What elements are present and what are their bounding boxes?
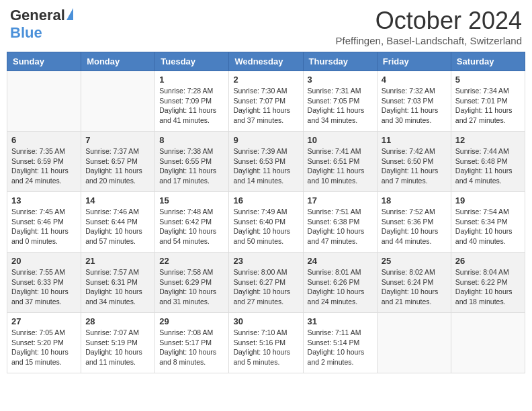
day-number: 20 (11, 256, 77, 266)
calendar-day-cell: 30Sunrise: 7:10 AM Sunset: 5:16 PM Dayli… (229, 313, 303, 373)
day-number: 6 (11, 135, 77, 145)
calendar-day-cell: 22Sunrise: 7:58 AM Sunset: 6:29 PM Dayli… (155, 253, 229, 313)
weekday-header-wednesday: Wednesday (229, 52, 303, 71)
calendar-week-row: 20Sunrise: 7:55 AM Sunset: 6:33 PM Dayli… (7, 253, 525, 313)
title-section: October 2024 Pfeffingen, Basel-Landschaf… (336, 7, 522, 46)
day-info: Sunrise: 7:39 AM Sunset: 6:53 PM Dayligh… (233, 146, 298, 186)
weekday-header-monday: Monday (81, 52, 155, 71)
day-info: Sunrise: 7:54 AM Sunset: 6:34 PM Dayligh… (455, 207, 521, 246)
day-info: Sunrise: 7:38 AM Sunset: 6:55 PM Dayligh… (159, 146, 224, 186)
calendar-day-cell: 23Sunrise: 8:00 AM Sunset: 6:27 PM Dayli… (229, 253, 303, 313)
day-info: Sunrise: 8:01 AM Sunset: 6:26 PM Dayligh… (308, 267, 373, 307)
calendar-day-cell: 1Sunrise: 7:28 AM Sunset: 7:09 PM Daylig… (155, 71, 229, 132)
day-info: Sunrise: 7:07 AM Sunset: 5:19 PM Dayligh… (85, 328, 150, 367)
day-number: 12 (455, 135, 521, 145)
day-info: Sunrise: 7:41 AM Sunset: 6:51 PM Dayligh… (308, 146, 373, 186)
day-number: 14 (85, 195, 150, 205)
calendar-day-cell: 16Sunrise: 7:49 AM Sunset: 6:40 PM Dayli… (229, 192, 303, 253)
calendar-header-row: SundayMondayTuesdayWednesdayThursdayFrid… (7, 52, 525, 71)
day-number: 19 (455, 195, 521, 205)
page-header: General Blue October 2024 Pfeffingen, Ba… (7, 7, 525, 46)
day-number: 16 (233, 195, 298, 205)
day-number: 11 (382, 135, 447, 145)
logo: General Blue (10, 7, 73, 42)
day-number: 24 (308, 256, 373, 266)
weekday-header-saturday: Saturday (451, 52, 525, 71)
location-subtitle: Pfeffingen, Basel-Landschaft, Switzerlan… (336, 35, 522, 46)
day-info: Sunrise: 7:05 AM Sunset: 5:20 PM Dayligh… (11, 328, 77, 367)
day-number: 25 (382, 256, 447, 266)
calendar-table: SundayMondayTuesdayWednesdayThursdayFrid… (7, 52, 525, 373)
day-info: Sunrise: 7:30 AM Sunset: 7:07 PM Dayligh… (233, 86, 298, 126)
day-info: Sunrise: 7:34 AM Sunset: 7:01 PM Dayligh… (455, 86, 521, 126)
calendar-day-cell: 15Sunrise: 7:48 AM Sunset: 6:42 PM Dayli… (155, 192, 229, 253)
calendar-week-row: 1Sunrise: 7:28 AM Sunset: 7:09 PM Daylig… (7, 71, 525, 132)
calendar-day-cell: 4Sunrise: 7:32 AM Sunset: 7:03 PM Daylig… (377, 71, 451, 132)
day-number: 30 (233, 316, 298, 326)
day-number: 9 (233, 135, 298, 145)
day-number: 18 (382, 195, 447, 205)
day-number: 13 (11, 195, 77, 205)
day-number: 27 (11, 316, 77, 326)
calendar-day-cell: 5Sunrise: 7:34 AM Sunset: 7:01 PM Daylig… (451, 71, 525, 132)
weekday-header-tuesday: Tuesday (155, 52, 229, 71)
day-info: Sunrise: 7:28 AM Sunset: 7:09 PM Dayligh… (159, 86, 224, 126)
day-number: 31 (308, 316, 373, 326)
day-number: 2 (233, 75, 298, 85)
calendar-day-cell (7, 71, 81, 132)
calendar-day-cell: 26Sunrise: 8:04 AM Sunset: 6:22 PM Dayli… (451, 253, 525, 313)
calendar-day-cell: 10Sunrise: 7:41 AM Sunset: 6:51 PM Dayli… (303, 132, 377, 192)
day-info: Sunrise: 8:04 AM Sunset: 6:22 PM Dayligh… (455, 267, 521, 307)
logo-general: General (10, 7, 65, 24)
month-title: October 2024 (336, 7, 522, 35)
logo-triangle-icon (66, 8, 73, 20)
calendar-week-row: 27Sunrise: 7:05 AM Sunset: 5:20 PM Dayli… (7, 313, 525, 373)
day-info: Sunrise: 7:35 AM Sunset: 6:59 PM Dayligh… (11, 146, 77, 186)
calendar-day-cell: 9Sunrise: 7:39 AM Sunset: 6:53 PM Daylig… (229, 132, 303, 192)
day-info: Sunrise: 7:31 AM Sunset: 7:05 PM Dayligh… (308, 86, 373, 126)
calendar-day-cell: 8Sunrise: 7:38 AM Sunset: 6:55 PM Daylig… (155, 132, 229, 192)
calendar-day-cell: 12Sunrise: 7:44 AM Sunset: 6:48 PM Dayli… (451, 132, 525, 192)
day-info: Sunrise: 7:51 AM Sunset: 6:38 PM Dayligh… (308, 207, 373, 246)
day-info: Sunrise: 7:58 AM Sunset: 6:29 PM Dayligh… (159, 267, 224, 307)
calendar-week-row: 13Sunrise: 7:45 AM Sunset: 6:46 PM Dayli… (7, 192, 525, 253)
calendar-day-cell: 24Sunrise: 8:01 AM Sunset: 6:26 PM Dayli… (303, 253, 377, 313)
calendar-day-cell: 11Sunrise: 7:42 AM Sunset: 6:50 PM Dayli… (377, 132, 451, 192)
day-info: Sunrise: 8:00 AM Sunset: 6:27 PM Dayligh… (233, 267, 298, 307)
day-info: Sunrise: 8:02 AM Sunset: 6:24 PM Dayligh… (382, 267, 447, 307)
calendar-day-cell: 20Sunrise: 7:55 AM Sunset: 6:33 PM Dayli… (7, 253, 81, 313)
calendar-day-cell: 2Sunrise: 7:30 AM Sunset: 7:07 PM Daylig… (229, 71, 303, 132)
calendar-day-cell: 6Sunrise: 7:35 AM Sunset: 6:59 PM Daylig… (7, 132, 81, 192)
weekday-header-sunday: Sunday (7, 52, 81, 71)
calendar-day-cell (451, 313, 525, 373)
day-info: Sunrise: 7:11 AM Sunset: 5:14 PM Dayligh… (308, 328, 373, 367)
calendar-day-cell: 14Sunrise: 7:46 AM Sunset: 6:44 PM Dayli… (81, 192, 155, 253)
calendar-day-cell (377, 313, 451, 373)
day-number: 17 (308, 195, 373, 205)
day-number: 10 (308, 135, 373, 145)
day-number: 15 (159, 195, 224, 205)
weekday-header-thursday: Thursday (303, 52, 377, 71)
day-number: 5 (455, 75, 521, 85)
calendar-day-cell: 18Sunrise: 7:52 AM Sunset: 6:36 PM Dayli… (377, 192, 451, 253)
day-number: 23 (233, 256, 298, 266)
calendar-day-cell: 7Sunrise: 7:37 AM Sunset: 6:57 PM Daylig… (81, 132, 155, 192)
calendar-day-cell: 3Sunrise: 7:31 AM Sunset: 7:05 PM Daylig… (303, 71, 377, 132)
calendar-day-cell: 29Sunrise: 7:08 AM Sunset: 5:17 PM Dayli… (155, 313, 229, 373)
day-info: Sunrise: 7:45 AM Sunset: 6:46 PM Dayligh… (11, 207, 77, 246)
day-info: Sunrise: 7:44 AM Sunset: 6:48 PM Dayligh… (455, 146, 521, 186)
calendar-week-row: 6Sunrise: 7:35 AM Sunset: 6:59 PM Daylig… (7, 132, 525, 192)
day-info: Sunrise: 7:55 AM Sunset: 6:33 PM Dayligh… (11, 267, 77, 307)
day-info: Sunrise: 7:48 AM Sunset: 6:42 PM Dayligh… (159, 207, 224, 246)
day-info: Sunrise: 7:52 AM Sunset: 6:36 PM Dayligh… (382, 207, 447, 246)
calendar-day-cell: 25Sunrise: 8:02 AM Sunset: 6:24 PM Dayli… (377, 253, 451, 313)
day-number: 29 (159, 316, 224, 326)
day-number: 8 (159, 135, 224, 145)
day-info: Sunrise: 7:32 AM Sunset: 7:03 PM Dayligh… (382, 86, 447, 126)
day-info: Sunrise: 7:49 AM Sunset: 6:40 PM Dayligh… (233, 207, 298, 246)
day-number: 22 (159, 256, 224, 266)
day-info: Sunrise: 7:57 AM Sunset: 6:31 PM Dayligh… (85, 267, 150, 307)
day-number: 7 (85, 135, 150, 145)
calendar-day-cell (81, 71, 155, 132)
day-number: 1 (159, 75, 224, 85)
